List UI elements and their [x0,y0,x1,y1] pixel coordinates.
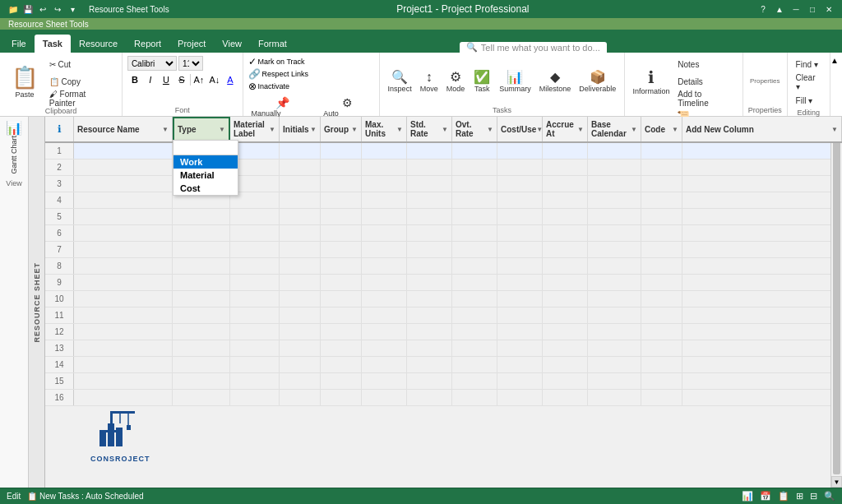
ribbon-toggle[interactable]: ▲ [773,2,786,16]
help-button[interactable]: ? [756,2,770,16]
maximize-button[interactable]: □ [806,2,819,16]
status-bar-zoom[interactable]: 🔍 [824,491,835,502]
tab-format[interactable]: Format [250,35,295,53]
schedule-row1: ✓ Mark on Track [248,56,375,67]
dropdown-option-material[interactable]: Material [173,169,238,182]
format-painter-button[interactable]: 🖌 Format Painter [46,90,117,107]
details-button[interactable]: Details [674,73,738,90]
strikethrough-button[interactable]: S [174,72,189,87]
mode-button[interactable]: ⚙ Mode [443,67,469,95]
font-size-select[interactable]: 11 [178,56,203,71]
col-header-group[interactable]: Group ▼ [321,117,362,141]
quick-access-toolbar: 📁 💾 ↩ ↪ ▾ [7,2,79,16]
left-sidebar: 📊 Gantt Chart View [0,117,29,488]
status-bar-icon-2[interactable]: 📅 [760,491,771,502]
font-name-select[interactable]: Calibri [127,56,177,71]
font-color-button[interactable]: A [223,72,238,87]
logo-text: CONSROJECT [90,455,150,463]
col-header-base-calendar[interactable]: Base Calendar ▼ [588,117,641,141]
notes-button[interactable]: Notes [674,56,738,72]
bold-button[interactable]: B [127,72,142,87]
svg-rect-0 [99,432,106,446]
status-bar-icon-3[interactable]: 📋 [778,491,789,502]
col-header-std-rate[interactable]: Std. Rate ▼ [407,117,452,141]
col-header-max-units[interactable]: Max. Units ▼ [362,117,407,141]
table-row[interactable]: 13 [45,340,842,357]
status-bar-icon-4[interactable]: ⊞ [796,491,803,502]
table-row[interactable]: 12 [45,324,842,340]
tell-me-bar[interactable]: 🔍 Tell me what you want to do... [460,42,607,53]
status-bar-icon-5[interactable]: ⊟ [810,491,817,502]
col-header-ovt-rate[interactable]: Ovt. Rate ▼ [452,117,497,141]
add-to-timeline-button[interactable]: Add to Timeline [674,90,738,107]
summary-button[interactable]: 📊 Summary [496,67,534,95]
tab-task[interactable]: Task [35,35,71,53]
table-row[interactable]: 5 [45,209,842,225]
tab-view[interactable]: View [214,35,250,53]
find-button[interactable]: Find ▾ [793,56,825,72]
move-button[interactable]: ↕ Move [417,68,442,95]
table-row[interactable]: 1 [45,143,842,160]
gantt-chart-button[interactable]: 📊 Gantt Chart [2,118,26,176]
ribbon-tab-bar: File Task Resource Report Project View F… [0,30,842,53]
table-row[interactable]: 11 [45,307,842,324]
table-row[interactable]: 6 [45,225,842,242]
decrease-font-button[interactable]: A↓ [207,72,222,87]
col-header-add-new[interactable]: Add New Column ▼ [682,117,842,141]
italic-button[interactable]: I [143,72,158,87]
status-bar-icon-1[interactable]: 📊 [742,491,753,502]
tab-file[interactable]: File [3,35,35,53]
minimize-button[interactable]: ─ [789,2,803,16]
increase-font-button[interactable]: A↑ [192,72,206,87]
type-dropdown-input[interactable] [173,141,238,155]
table-row[interactable]: 8 [45,258,842,275]
scroll-down-button[interactable]: ▼ [831,476,842,488]
qat-redo[interactable]: ↪ [51,2,64,16]
title-bar-left: 📁 💾 ↩ ↪ ▾ Resource Sheet Tools [7,2,169,16]
qat-undo[interactable]: ↩ [36,2,49,16]
ribbon-group-tasks: 🔍 Inspect ↕ Move ⚙ Mode ✅ Task 📊 Summary… [380,53,624,116]
scroll-thumb[interactable] [833,130,840,474]
table-row[interactable]: 2 [45,160,842,176]
inspect-button[interactable]: 🔍 Inspect [385,67,415,95]
ribbon-scroll-button[interactable]: ▲ [830,53,842,116]
qat-project-icon: 📁 [7,2,20,16]
col-header-cost-use[interactable]: Cost/Use ▼ [497,117,543,141]
table-row[interactable]: 14 [45,357,842,373]
deliverable-button[interactable]: 📦 Deliverable [576,67,619,95]
table-row[interactable]: 4 [45,192,842,209]
col-header-material-label[interactable]: Material Label ▼ [230,117,280,141]
col-header-type[interactable]: Type ▼ Work Material Cost [173,117,230,141]
col-header-code[interactable]: Code ▼ [641,117,682,141]
paste-button[interactable]: 📋 Paste [5,63,44,100]
table-row[interactable]: 3 [45,176,842,192]
cut-button[interactable]: ✂ Cut [46,56,117,72]
copy-button[interactable]: 📋 Copy [46,73,117,90]
tab-resource[interactable]: Resource [71,35,126,53]
dropdown-option-cost[interactable]: Cost [173,182,238,195]
milestone-button[interactable]: ◆ Milestone [536,67,575,95]
close-button[interactable]: ✕ [822,2,835,16]
font-label: Font [175,106,190,114]
table-row[interactable]: 15 [45,373,842,390]
underline-button[interactable]: U [159,72,173,87]
table-row[interactable]: 9 [45,275,842,291]
task-button[interactable]: ✅ Task [470,67,494,95]
qat-save[interactable]: 💾 [21,2,35,16]
table-row[interactable]: 7 [45,242,842,258]
qat-dropdown[interactable]: ▾ [66,2,79,16]
tab-report[interactable]: Report [126,35,169,53]
dropdown-option-work[interactable]: Work [173,155,238,169]
tab-project[interactable]: Project [169,35,214,53]
clear-button[interactable]: Clear ▾ [793,74,825,90]
font-row2: B I U S A↑ A↓ A [127,72,238,87]
col-header-accrue-at[interactable]: Accrue At ▼ [543,117,588,141]
fill-button[interactable]: Fill ▾ [793,92,825,109]
col-header-resource-name[interactable]: Resource Name ▼ [74,117,173,141]
table-row[interactable]: 10 [45,291,842,307]
table-row[interactable]: 16 [45,390,842,406]
information-button[interactable]: ℹ Information [630,56,673,107]
ribbon-group-schedule: ✓ Mark on Track 🔗 Respect Links ⊗ Inacti… [243,53,381,116]
vertical-scrollbar[interactable]: ▲ ▼ [830,117,842,488]
col-header-initials[interactable]: Initials ▼ [280,117,321,141]
